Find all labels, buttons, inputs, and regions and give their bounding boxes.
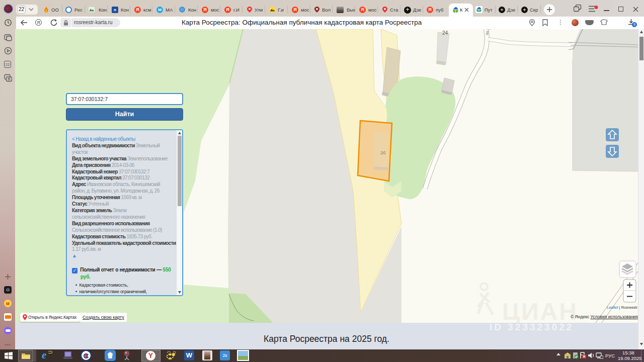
svg-text:ЦИАН: ЦИАН — [502, 298, 578, 323]
svg-text:26: 26 — [380, 150, 386, 155]
svg-text:24: 24 — [442, 30, 448, 36]
